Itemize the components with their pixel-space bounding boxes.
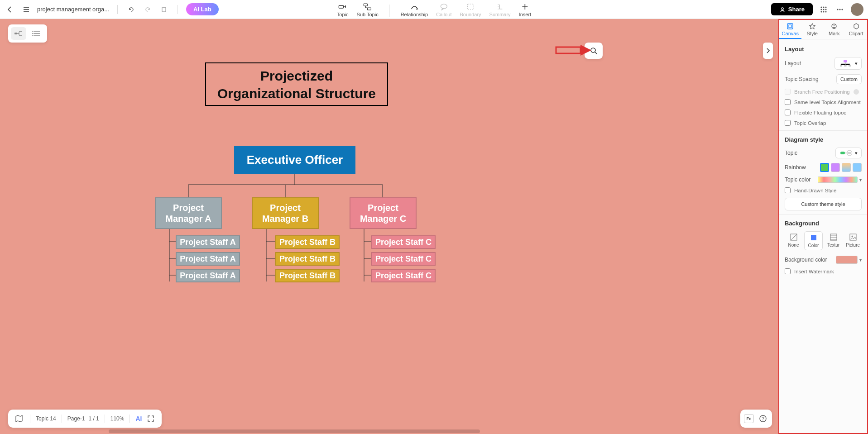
custom-theme-button[interactable]: Custom theme style (785, 198, 862, 210)
topic-spacing-selector[interactable]: Custom (836, 74, 862, 84)
checkbox-same-level[interactable] (785, 99, 791, 105)
tab-canvas[interactable]: Canvas (779, 20, 801, 39)
svg-point-5 (441, 4, 447, 9)
node-pm-a[interactable]: Project Manager A (155, 197, 222, 229)
horizontal-scrollbar[interactable] (109, 429, 480, 433)
topic-count: Topic 14 (36, 415, 56, 422)
node-pm-c[interactable]: Project Manager C (350, 197, 417, 229)
chevron-down-icon: ▾ (855, 61, 858, 67)
help-icon[interactable]: ? (758, 413, 768, 424)
rainbow-opt-4[interactable] (853, 163, 862, 172)
node-staff-a-3[interactable]: Project Staff A (176, 269, 240, 282)
checkbox-hand-drawn[interactable] (785, 187, 791, 193)
layout-selector[interactable]: ▾ (834, 57, 862, 70)
svg-point-7 (782, 7, 783, 9)
zoom-level[interactable]: 110% (110, 415, 125, 422)
checkbox-watermark[interactable] (785, 268, 791, 274)
svg-rect-4 (368, 8, 371, 10)
fn-icon[interactable]: Fn (744, 414, 754, 423)
node-staff-b-1[interactable]: Project Staff B (275, 235, 340, 249)
checkbox-branch-free (785, 89, 791, 95)
svg-point-43 (851, 236, 853, 237)
svg-rect-1 (163, 7, 165, 8)
rainbow-options (820, 163, 862, 172)
back-icon[interactable] (5, 4, 15, 15)
layout-label: Layout (785, 60, 801, 67)
svg-rect-6 (467, 4, 474, 10)
topic-style-selector[interactable]: ▾ (835, 148, 862, 158)
svg-rect-24 (556, 47, 580, 53)
share-label: Share (788, 6, 805, 13)
svg-point-10 (825, 6, 826, 8)
page-numbers: 1 / 1 (88, 415, 99, 422)
bottom-right-tools: Fn ? (740, 410, 772, 428)
chevron-down-icon[interactable]: ▾ (859, 258, 862, 262)
tab-style[interactable]: Style (801, 20, 824, 39)
node-staff-c-1[interactable]: Project Staff C (371, 235, 436, 249)
ai-button[interactable]: AI (135, 415, 142, 422)
rainbow-opt-1[interactable] (820, 163, 829, 172)
svg-point-19 (841, 9, 843, 10)
svg-point-30 (832, 24, 836, 29)
chevron-down-icon[interactable]: ▾ (859, 177, 862, 182)
node-staff-a-1[interactable]: Project Staff A (176, 235, 240, 249)
share-button[interactable]: Share (771, 3, 813, 15)
svg-rect-2 (339, 5, 344, 8)
svg-rect-28 (787, 24, 793, 29)
paste-icon[interactable] (158, 4, 169, 15)
topic-style-label: Topic (785, 150, 797, 156)
svg-rect-36 (840, 152, 845, 154)
bg-texture[interactable]: Textur (825, 231, 842, 250)
svg-point-16 (825, 11, 826, 12)
ai-lab-button[interactable]: AI Lab (186, 3, 219, 15)
topic-color-strip[interactable] (818, 176, 858, 183)
node-staff-a-2[interactable]: Project Staff A (176, 252, 240, 266)
svg-rect-33 (840, 65, 842, 67)
user-avatar[interactable] (851, 3, 863, 16)
svg-point-9 (823, 6, 824, 8)
canvas[interactable]: Projectized Organizational Structure Exe… (0, 19, 778, 434)
svg-point-13 (825, 9, 826, 10)
rainbow-label: Rainbow (785, 164, 806, 171)
node-staff-b-2[interactable]: Project Staff B (275, 252, 340, 266)
section-background-heading: Background (785, 220, 862, 227)
apps-grid-icon[interactable] (818, 4, 829, 15)
svg-rect-34 (844, 65, 847, 67)
tool-insert[interactable]: Insert (519, 3, 532, 17)
tool-callout: Callout (436, 3, 451, 17)
node-pm-b[interactable]: Project Manager B (252, 197, 319, 229)
checkbox-flexible-floating[interactable] (785, 110, 791, 115)
map-overview-icon[interactable] (14, 413, 24, 424)
bg-none[interactable]: None (785, 231, 802, 250)
more-icon[interactable] (834, 4, 845, 15)
node-staff-b-3[interactable]: Project Staff B (275, 269, 340, 282)
svg-point-31 (834, 25, 834, 26)
section-diagram-style-heading: Diagram style (785, 136, 862, 143)
node-staff-c-2[interactable]: Project Staff C (371, 252, 436, 266)
bg-color-swatch[interactable] (836, 256, 858, 264)
tab-clipart[interactable]: Clipart (845, 20, 868, 39)
svg-rect-32 (844, 60, 847, 62)
fullscreen-icon[interactable] (145, 413, 156, 424)
info-icon (854, 89, 859, 95)
panel-collapse-icon[interactable] (763, 43, 773, 59)
hamburger-menu-icon[interactable] (21, 4, 32, 15)
svg-point-17 (837, 9, 838, 10)
svg-rect-29 (789, 25, 791, 28)
tool-topic[interactable]: Topic (337, 3, 349, 17)
tool-subtopic[interactable]: Sub Topic (357, 3, 379, 17)
tab-mark[interactable]: Mark (823, 20, 845, 39)
bg-picture[interactable]: Picture (844, 231, 862, 250)
bg-color[interactable]: Color (804, 231, 823, 250)
tool-relationship[interactable]: Relationship (401, 3, 428, 17)
rainbow-opt-3[interactable] (842, 163, 851, 172)
checkbox-topic-overlap[interactable] (785, 120, 791, 126)
rainbow-opt-2[interactable] (831, 163, 840, 172)
document-title[interactable]: project management orga... (37, 6, 109, 13)
undo-icon[interactable] (126, 4, 137, 15)
bg-color-label: Background color (785, 257, 827, 263)
svg-point-14 (820, 11, 822, 12)
node-staff-c-3[interactable]: Project Staff C (371, 269, 436, 282)
redo-icon[interactable] (142, 4, 153, 15)
page-label[interactable]: Page-1 (67, 415, 85, 422)
